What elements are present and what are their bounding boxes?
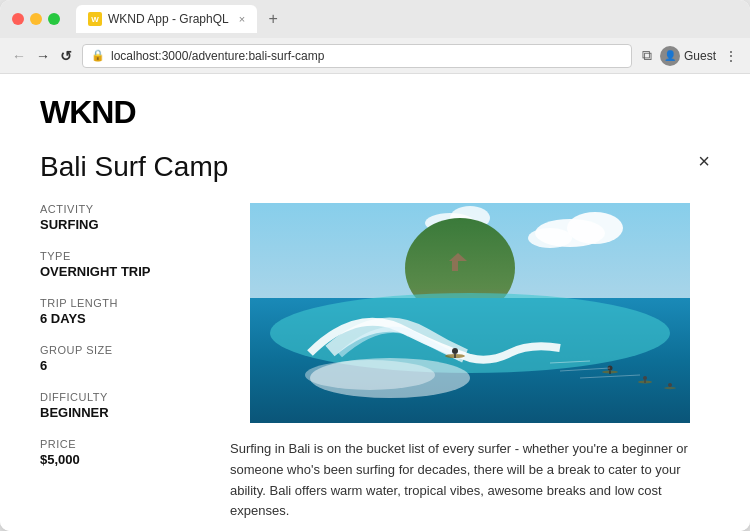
menu-button[interactable]: ⋮ [724, 48, 738, 64]
trip-length-info: TRIP LENGTH 6 DAYS [40, 297, 200, 326]
maximize-window-button[interactable] [48, 13, 60, 25]
back-button[interactable]: ← [12, 48, 26, 64]
refresh-button[interactable]: ↺ [60, 48, 72, 64]
type-label: TYPE [40, 250, 200, 262]
browser-window: W WKND App - GraphQL × + ← → ↺ 🔒 localho… [0, 0, 750, 531]
page-header: Bali Surf Camp × [40, 151, 710, 183]
new-tab-button[interactable]: + [261, 7, 285, 31]
svg-point-3 [528, 228, 572, 248]
difficulty-value: BEGINNER [40, 405, 200, 420]
url-bar[interactable]: 🔒 localhost:3000/adventure:bali-surf-cam… [82, 44, 632, 68]
info-sidebar: ACTIVITY SURFING TYPE OVERNIGHT TRIP TRI… [40, 203, 200, 531]
url-text: localhost:3000/adventure:bali-surf-camp [111, 49, 324, 63]
close-window-button[interactable] [12, 13, 24, 25]
browser-controls: ⧉ 👤 Guest ⋮ [642, 46, 738, 66]
price-value: $5,000 [40, 452, 200, 467]
main-layout: ACTIVITY SURFING TYPE OVERNIGHT TRIP TRI… [40, 203, 710, 531]
screen-share-icon[interactable]: ⧉ [642, 47, 652, 64]
difficulty-info: DIFFICULTY BEGINNER [40, 391, 200, 420]
svg-point-14 [452, 348, 458, 354]
activity-label: ACTIVITY [40, 203, 200, 215]
group-size-info: GROUP SIZE 6 [40, 344, 200, 373]
title-bar: W WKND App - GraphQL × + [0, 0, 750, 38]
minimize-window-button[interactable] [30, 13, 42, 25]
hero-svg [230, 203, 710, 423]
tab-title: WKND App - GraphQL [108, 12, 229, 26]
type-info: TYPE OVERNIGHT TRIP [40, 250, 200, 279]
group-size-label: GROUP SIZE [40, 344, 200, 356]
content-area: Surfing in Bali is on the bucket list of… [230, 203, 710, 531]
page-content: WKND Bali Surf Camp × ACTIVITY SURFING T… [0, 74, 750, 531]
user-profile-button[interactable]: 👤 Guest [660, 46, 716, 66]
group-size-value: 6 [40, 358, 200, 373]
lock-icon: 🔒 [91, 49, 105, 62]
active-tab[interactable]: W WKND App - GraphQL × [76, 5, 257, 33]
close-button[interactable]: × [698, 151, 710, 171]
tab-close-button[interactable]: × [239, 13, 245, 25]
difficulty-label: DIFFICULTY [40, 391, 200, 403]
avatar: 👤 [660, 46, 680, 66]
tab-bar: W WKND App - GraphQL × + [76, 5, 738, 33]
price-label: PRICE [40, 438, 200, 450]
tab-favicon: W [88, 12, 102, 26]
hero-image [230, 203, 710, 423]
traffic-lights [12, 13, 60, 25]
site-logo: WKND [40, 94, 710, 131]
svg-rect-27 [452, 261, 458, 271]
svg-point-20 [643, 376, 647, 380]
page-title: Bali Surf Camp [40, 151, 228, 183]
svg-point-2 [567, 212, 623, 244]
trip-length-label: TRIP LENGTH [40, 297, 200, 309]
forward-button[interactable]: → [36, 48, 50, 64]
description-text: Surfing in Bali is on the bucket list of… [230, 439, 710, 522]
price-info: PRICE $5,000 [40, 438, 200, 467]
svg-point-22 [664, 387, 676, 389]
profile-label: Guest [684, 49, 716, 63]
svg-point-23 [668, 383, 672, 387]
activity-value: SURFING [40, 217, 200, 232]
type-value: OVERNIGHT TRIP [40, 264, 200, 279]
activity-info: ACTIVITY SURFING [40, 203, 200, 232]
trip-length-value: 6 DAYS [40, 311, 200, 326]
svg-point-12 [305, 360, 435, 390]
address-bar: ← → ↺ 🔒 localhost:3000/adventure:bali-su… [0, 38, 750, 74]
